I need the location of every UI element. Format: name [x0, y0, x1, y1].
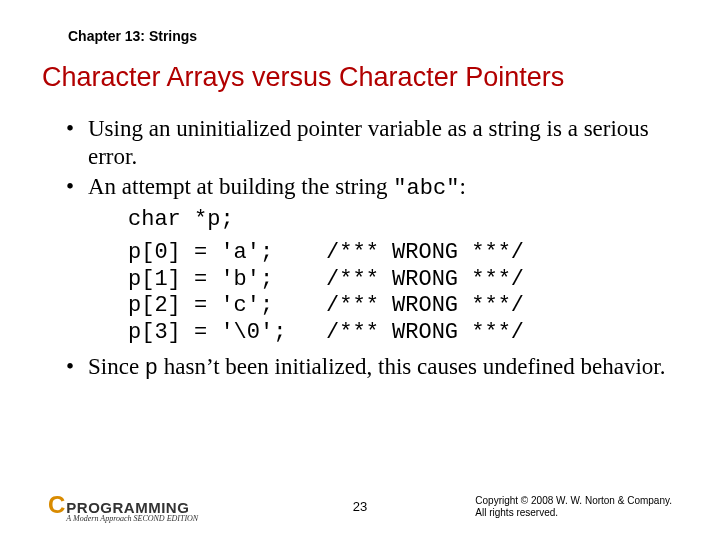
bullet-item: Since p hasn’t been initialized, this ca… — [66, 353, 672, 383]
page-number: 23 — [353, 499, 367, 514]
content-list: Using an uninitialized pointer variable … — [66, 115, 672, 383]
bullet-text: Using an uninitialized pointer variable … — [88, 116, 649, 169]
code-block: p[0] = 'a'; /*** WRONG ***/ p[1] = 'b'; … — [128, 240, 672, 347]
bullet-text: Since — [88, 354, 145, 379]
bullet-item: An attempt at building the string "abc":… — [66, 173, 672, 347]
logo-main-text: PROGRAMMING — [66, 501, 198, 515]
logo-text-group: PROGRAMMING A Modern Approach SECOND EDI… — [66, 501, 198, 522]
code-declaration: char *p; — [128, 207, 672, 234]
inline-code: "abc" — [393, 176, 459, 201]
copyright-line: Copyright © 2008 W. W. Norton & Company. — [475, 495, 672, 507]
copyright-line: All rights reserved. — [475, 507, 672, 519]
footer: C PROGRAMMING A Modern Approach SECOND E… — [0, 491, 720, 522]
logo-subtitle: A Modern Approach SECOND EDITION — [66, 515, 198, 522]
bullet-text: : — [459, 174, 465, 199]
chapter-label: Chapter 13: Strings — [68, 28, 672, 44]
logo-c-letter: C — [48, 491, 64, 519]
bullet-item: Using an uninitialized pointer variable … — [66, 115, 672, 171]
copyright: Copyright © 2008 W. W. Norton & Company.… — [475, 495, 672, 519]
inline-code: p — [145, 356, 158, 381]
slide-title: Character Arrays versus Character Pointe… — [42, 62, 672, 93]
book-logo: C PROGRAMMING A Modern Approach SECOND E… — [48, 491, 198, 522]
bullet-text: An attempt at building the string — [88, 174, 393, 199]
bullet-text: hasn’t been initialized, this causes und… — [158, 354, 665, 379]
